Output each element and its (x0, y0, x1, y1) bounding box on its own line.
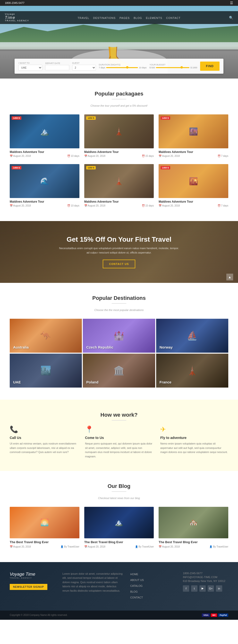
paypal-icon: PayPal (218, 614, 228, 617)
blog-post-title: The Best Travel Blog Ever (10, 540, 79, 544)
duration-max: 10 days (139, 66, 147, 69)
nav-elements[interactable]: ELEMENTS (146, 16, 162, 20)
promo-title: Get 15% Off On Your First Travel (10, 236, 228, 243)
payment-icons: VISA MC PayPal (202, 614, 228, 617)
how-item-title: Call Us (10, 436, 78, 440)
contact-button[interactable]: CONTACT US (103, 260, 135, 268)
blog-image: 🏘️ (159, 507, 228, 538)
budget-max: $ 1000 (190, 66, 197, 69)
plane-icon: ✈ (160, 425, 228, 433)
how-divider (112, 420, 126, 420)
destination-name: France (160, 380, 171, 384)
newsletter-button[interactable]: NEWSLETTER SIGNUP (10, 584, 47, 590)
blog-card[interactable]: 🌅 The Best Travel Blog Ever 📅 August 20,… (10, 507, 79, 550)
destination-card[interactable]: 🗼 France (156, 354, 228, 388)
scroll-top-button[interactable]: ▲ (226, 274, 233, 280)
blog-image: 🌅 (10, 507, 79, 538)
package-card[interactable]: 1250 $ 🗼 Maldives Adventure Tour 📅 Augus… (84, 164, 154, 209)
how-item: ✈ Fly to adventure Nemo enim ipsam volup… (160, 425, 228, 458)
destination-card[interactable]: ⛵ Norway (156, 319, 228, 353)
call-icon: 📞 (10, 425, 78, 433)
how-section: How we work? 📞 Call Us Ut enim ad minima… (0, 400, 238, 471)
footer-about-text: Lorem ipsum dolor sit amet, consectetur … (62, 572, 123, 593)
destinations-section: Popular Destinations Choose the the most… (0, 283, 238, 400)
destination-card[interactable]: 🦘 Australia (10, 319, 82, 353)
visa-icon: VISA (202, 614, 210, 617)
destination-card[interactable]: 🏙️ UAE (10, 354, 82, 388)
nav-contact[interactable]: CONTACT (166, 16, 180, 20)
how-grid: 📞 Call Us Ut enim ad minima veniam, quis… (10, 425, 228, 458)
how-item-text: Nemo enim ipsam voluptatem quia voluptas… (160, 442, 228, 454)
package-image: 1450 $ 🌆 (159, 114, 228, 148)
footer-nav-contact[interactable]: CONTACT (130, 596, 143, 599)
guest-select[interactable]: 2 (72, 65, 96, 70)
how-item: 📍 Come to Us Neque porro quisquam est, q… (85, 425, 153, 458)
googleplus-icon[interactable]: G+ (208, 585, 214, 592)
how-item-text: Neque porro quisquam est, qui dolorem ip… (85, 442, 153, 458)
package-title: Maldives Adventure Tour (84, 200, 154, 203)
nav-travel[interactable]: TRAVEL (78, 16, 89, 20)
blog-card[interactable]: 🏔️ The Best Travel Blog Ever 📅 August 20… (84, 507, 154, 550)
twitter-icon[interactable]: t (191, 585, 197, 592)
blog-divider (112, 491, 126, 492)
package-meta: 📅 August 20, 2018 ⏰ 7 days (159, 204, 228, 207)
budget-min: $ 500 (149, 66, 155, 69)
destination-card[interactable]: 🏰 Czech Republic (83, 319, 155, 353)
destination-card[interactable]: 🏛️ Poland (83, 354, 155, 388)
footer-social: f t ▶ G+ in (183, 585, 228, 592)
package-meta: 📅 August 20, 2018 ⏰ 7 days (159, 155, 228, 157)
date-input[interactable]: 2017-11-05 (45, 65, 69, 70)
package-badge: 1450 $ (12, 166, 21, 170)
package-info: Maldives Adventure Tour 📅 August 20, 201… (10, 148, 79, 159)
nav-blog[interactable]: BLOG (134, 16, 142, 20)
nav-search-icon[interactable]: 🔍 (229, 16, 233, 20)
find-button[interactable]: FIND (200, 62, 219, 71)
package-info: Maldives Adventure Tour 📅 August 20, 201… (84, 198, 154, 209)
destination-name: Norway (160, 345, 173, 349)
duration-label: Duration (nights) (99, 64, 147, 66)
footer: Voyage Time TRAVEL AGENCY NEWSLETTER SIG… (0, 562, 238, 620)
footer-logo: Voyage Time TRAVEL AGENCY (10, 572, 55, 579)
blog-section: Our Blog Checkout latest news from our b… (0, 471, 238, 562)
package-card[interactable]: 1450 $ 🏔️ Maldives Adventure Tour 📅 Augu… (10, 114, 79, 159)
package-title: Maldives Adventure Tour (159, 150, 228, 154)
package-title: Maldives Adventure Tour (10, 200, 79, 203)
facebook-icon[interactable]: f (183, 585, 189, 592)
footer-nav-home[interactable]: HOME (130, 573, 138, 576)
date-group: Depart Date 2017-11-05 (45, 62, 69, 70)
blog-info: The Best Travel Blog Ever 📅 August 20, 2… (84, 538, 154, 550)
blog-grid: 🌅 The Best Travel Blog Ever 📅 August 20,… (10, 507, 228, 550)
linkedin-icon[interactable]: in (216, 585, 222, 592)
phone-number: 1800-2345-5477 (5, 2, 25, 4)
destination-select[interactable]: UAE (19, 65, 42, 70)
blog-card[interactable]: 🏘️ The Best Travel Blog Ever 📅 August 20… (159, 507, 228, 550)
packages-subtitle: Choose the tour yourself and get a 5% di… (10, 104, 228, 107)
nav-destinations[interactable]: DESTINATIONS (93, 16, 115, 20)
budget-group: Your Budget $ 500 $ 1000 (149, 64, 197, 69)
package-card[interactable]: 1450 $ 🌇 Maldives Adventure Tour 📅 Augus… (159, 164, 228, 209)
footer-about: Lorem ipsum dolor sit amet, consectetur … (62, 572, 123, 601)
blog-meta: 📅 August 20, 2018 👤 By TravelUser (10, 545, 79, 548)
footer-nav-blog[interactable]: BLOG (130, 590, 138, 593)
blog-date: 📅 August 20, 2018 (159, 545, 180, 548)
youtube-icon[interactable]: ▶ (199, 585, 206, 592)
package-card[interactable]: 1450 $ 🌆 Maldives Adventure Tour 📅 Augus… (159, 114, 228, 159)
site-logo: Voyage Time TRAVEL AGENCY (5, 13, 29, 22)
package-title: Maldives Adventure Tour (159, 200, 228, 203)
blog-date: 📅 August 20, 2018 (84, 545, 105, 548)
nav-pages[interactable]: PAGES (120, 16, 130, 20)
footer-contact: 1800-2345-5677 INFO@VOYAGE-TIME.COM 610 … (183, 572, 228, 601)
package-card[interactable]: 1250 $ 🗼 Maldives Adventure Tour 📅 Augus… (84, 114, 154, 159)
top-bar: 1800-2345-5477 ☰ (0, 0, 238, 6)
package-card[interactable]: 1450 $ 🌊 Maldives Adventure Tour 📅 Augus… (10, 164, 79, 209)
duration-range: 7 days 10 days (99, 66, 147, 69)
how-item: 📞 Call Us Ut enim ad minima veniam, quis… (10, 425, 78, 458)
how-item-text: Ut enim ad minima veniam, quis nostrum e… (10, 442, 78, 454)
destination-name: Australia (13, 345, 29, 349)
package-info: Maldives Adventure Tour 📅 August 20, 201… (84, 148, 154, 159)
footer-nav-about[interactable]: ABOUT US (130, 578, 144, 582)
package-title: Maldives Adventure Tour (10, 150, 79, 154)
footer-bottom: Copyright © 2018 Company Name All rights… (0, 610, 238, 620)
footer-nav-catalog[interactable]: CATALOG (130, 584, 143, 587)
hamburger-icon[interactable]: ☰ (230, 1, 233, 5)
